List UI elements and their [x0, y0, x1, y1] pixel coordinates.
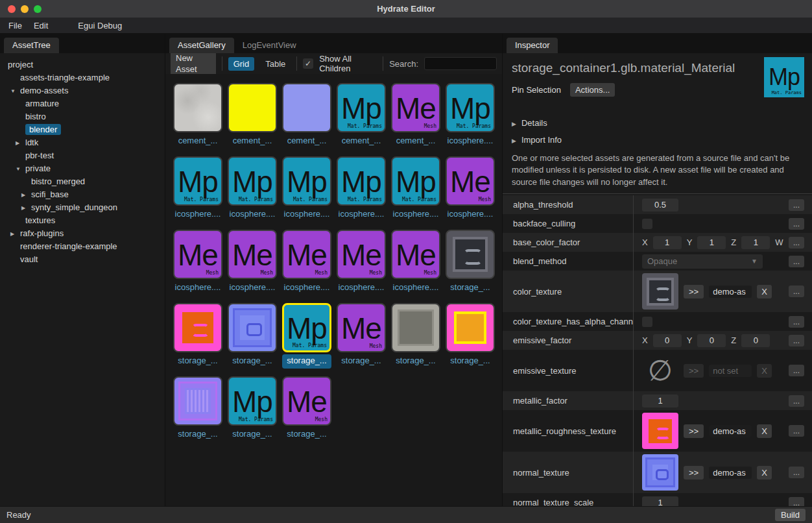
asset-thumbnail[interactable]: MeMesh [391, 230, 440, 279]
actions-button[interactable]: Actions... [570, 83, 615, 97]
axis-value-box[interactable]: 1 [653, 236, 682, 249]
open-reference-button[interactable]: >> [684, 466, 704, 480]
asset-thumbnail[interactable]: MeMesh [337, 230, 386, 279]
asset-thumbnail[interactable]: MeMesh [228, 230, 277, 279]
more-options-button[interactable]: ... [789, 335, 804, 347]
reference-field[interactable]: demo-as [709, 425, 752, 437]
value-box[interactable]: 1 [642, 496, 678, 506]
asset-thumbnail[interactable] [391, 303, 440, 352]
menu-item-egui-debug[interactable]: Egui Debug [72, 21, 128, 30]
tree-item-vault[interactable]: vault [0, 253, 165, 266]
tree-item-ldtk[interactable]: ▶ldtk [0, 136, 165, 149]
asset-thumbnail[interactable]: MeMesh [282, 376, 331, 426]
tree-item-pbr-test[interactable]: pbr-test [0, 149, 165, 162]
value-box[interactable]: 1 [642, 395, 678, 407]
tree-item-textures[interactable]: textures [0, 214, 165, 227]
asset-cell[interactable]: MpMat. Paramsicosphere.... [225, 156, 280, 222]
tree-item-rafx-plugins[interactable]: ▶rafx-plugins [0, 227, 165, 240]
asset-thumbnail[interactable] [282, 83, 331, 132]
expand-arrow-icon[interactable]: ▶ [21, 202, 31, 215]
close-button[interactable] [8, 5, 16, 13]
asset-cell[interactable]: MpMat. Paramsstorage_... [225, 376, 280, 442]
axis-value-box[interactable]: 0 [697, 334, 726, 347]
asset-cell[interactable]: storage_... [388, 303, 443, 369]
asset-cell[interactable]: MpMat. Paramsstorage_... [280, 303, 334, 369]
collapse-arrow-icon[interactable]: ▼ [16, 163, 25, 176]
asset-cell[interactable]: cement_... [280, 83, 334, 149]
asset-cell[interactable]: MeMeshicosphere.... [280, 230, 334, 295]
more-options-button[interactable]: ... [789, 218, 804, 230]
asset-cell[interactable]: MpMat. Paramsicosphere.... [388, 156, 443, 222]
tree-item-armature[interactable]: armature [0, 97, 165, 110]
checkbox[interactable] [642, 219, 652, 229]
menu-item-file[interactable]: File [3, 21, 28, 30]
asset-thumbnail[interactable] [228, 83, 277, 132]
tree-item-demo-assets[interactable]: ▼demo-assets [0, 84, 165, 97]
asset-cell[interactable]: MpMat. Paramsicosphere.... [334, 156, 388, 222]
tab-inspector[interactable]: Inspector [507, 38, 558, 53]
asset-cell[interactable]: MeMeshicosphere.... [443, 156, 497, 222]
tree-item-renderer-triangle-example[interactable]: renderer-triangle-example [0, 240, 165, 253]
axis-value-box[interactable]: 1 [741, 236, 770, 249]
asset-thumbnail[interactable] [173, 376, 222, 426]
asset-thumbnail[interactable]: MpMat. Params [282, 156, 331, 206]
texture-thumbnail[interactable] [642, 413, 678, 449]
asset-cell[interactable]: storage_... [443, 230, 497, 295]
menu-item-edit[interactable]: Edit [28, 21, 54, 30]
asset-thumbnail[interactable]: MpMat. Params [173, 156, 222, 206]
asset-thumbnail[interactable]: MeMesh [282, 230, 331, 279]
asset-thumbnail[interactable] [446, 230, 495, 279]
more-options-button[interactable]: ... [789, 199, 804, 211]
more-options-button[interactable]: ... [789, 237, 804, 249]
more-options-button[interactable]: ... [789, 256, 804, 267]
expand-arrow-icon[interactable]: ▶ [16, 137, 25, 150]
asset-thumbnail[interactable]: MpMat. Params [282, 303, 331, 352]
asset-thumbnail[interactable]: MeMesh [446, 156, 495, 206]
more-options-button[interactable]: ... [789, 497, 804, 506]
asset-thumbnail[interactable]: MpMat. Params [228, 156, 277, 206]
asset-cell[interactable]: storage_... [171, 376, 225, 442]
asset-thumbnail[interactable]: MpMat. Params [228, 376, 277, 426]
asset-cell[interactable]: MeMeshicosphere.... [225, 230, 280, 295]
value-box[interactable]: 0.5 [642, 199, 678, 212]
open-reference-button[interactable]: >> [684, 424, 704, 438]
more-options-button[interactable]: ... [789, 467, 804, 478]
grid-view-button[interactable]: Grid [228, 57, 255, 71]
axis-value-box[interactable]: 1 [697, 236, 726, 249]
asset-cell[interactable]: MeMeshstorage_... [280, 376, 334, 442]
collapse-arrow-icon[interactable]: ▼ [10, 85, 20, 98]
asset-thumbnail[interactable]: MpMat. Params [337, 83, 386, 132]
asset-thumbnail[interactable] [228, 303, 277, 352]
dropdown[interactable]: Opaque▼ [642, 254, 763, 269]
reference-field[interactable]: demo-as [709, 286, 752, 298]
asset-cell[interactable]: storage_... [225, 303, 280, 369]
clear-reference-button[interactable]: X [757, 466, 772, 480]
minimize-button[interactable] [21, 5, 29, 13]
tree-item-assets-triangle-example[interactable]: assets-triangle-example [0, 71, 165, 84]
tab-log-event-view[interactable]: LogEventView [234, 38, 305, 53]
more-options-button[interactable]: ... [789, 425, 804, 437]
more-options-button[interactable]: ... [789, 365, 804, 376]
asset-thumbnail[interactable]: MpMat. Params [391, 156, 440, 206]
texture-thumbnail[interactable] [642, 273, 678, 310]
zoom-button[interactable] [34, 5, 42, 13]
asset-thumbnail[interactable] [173, 83, 222, 132]
asset-thumbnail[interactable]: MpMat. Params [446, 83, 495, 132]
more-options-button[interactable]: ... [789, 395, 804, 407]
asset-cell[interactable]: MpMat. Paramscement_... [334, 83, 388, 149]
tree-item-blender[interactable]: blender [0, 123, 165, 136]
asset-cell[interactable]: MeMeshicosphere.... [334, 230, 388, 295]
more-options-button[interactable]: ... [789, 316, 804, 328]
expand-arrow-icon[interactable]: ▶ [21, 189, 31, 202]
asset-cell[interactable]: storage_... [443, 303, 497, 369]
asset-cell[interactable]: cement_... [225, 83, 280, 149]
asset-cell[interactable]: cement_... [171, 83, 225, 149]
texture-thumbnail[interactable] [642, 454, 678, 491]
clear-reference-button[interactable]: X [757, 424, 772, 438]
reference-field[interactable]: demo-as [709, 467, 752, 479]
more-options-button[interactable]: ... [789, 286, 804, 297]
asset-thumbnail[interactable]: MeMesh [391, 83, 440, 132]
clear-reference-button[interactable]: X [757, 285, 772, 298]
asset-cell[interactable]: MeMeshstorage_... [334, 303, 388, 369]
tab-asset-tree[interactable]: AssetTree [4, 38, 59, 53]
